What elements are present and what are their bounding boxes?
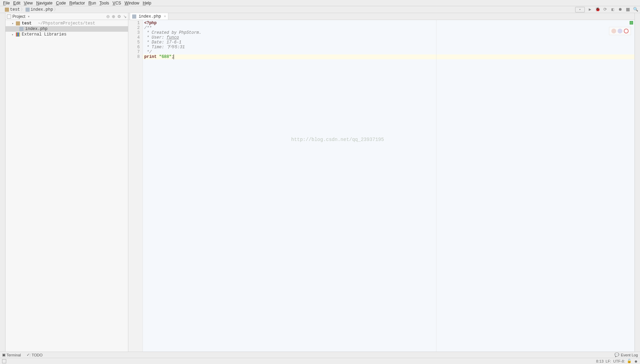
chrome-icon[interactable] [611,29,616,33]
hector-icon[interactable]: ☻ [634,359,638,363]
main-area: Project ▾ ⊖ ⊕ ⚙ ↘ ▾ test ~/PhpstormProje… [0,13,640,352]
file-node-label: index.php [25,27,48,31]
project-root-name: test [22,21,32,26]
run-toolbar: ▾ ▶ 🐞 ⟳ ◧ ⏺ 🔍 [575,7,640,12]
listen-debug-icon[interactable]: ⏺ [618,7,623,12]
code-text: */ [143,50,634,54]
chevron-down-icon[interactable]: ▾ [28,15,30,18]
run-config-dropdown[interactable]: ▾ [575,7,585,12]
debug-icon[interactable]: 🐞 [595,7,600,12]
status-bar: 8:13 LF: UTF-8: 🔓 ☻ [0,358,640,364]
line-ending[interactable]: LF: [605,359,611,363]
right-tool-stripe[interactable] [634,13,640,352]
breadcrumb-file-label: index.php [31,7,53,12]
menu-navigate[interactable]: Navigate [35,1,53,6]
editor-area: index.php × 1 2 3 4 5 6 7 8 [128,13,634,352]
code-text: * User: [144,35,167,40]
editor-tab-label: index.php [139,14,161,19]
editor-content[interactable]: 1 2 3 4 5 6 7 8 <?php /** * Created [128,20,634,352]
libraries-icon [16,32,20,37]
todo-tab[interactable]: ✓: TODO [27,353,43,357]
project-panel-title[interactable]: Project [12,14,25,19]
line-number: 3 [128,30,140,35]
code-text: funco [167,35,179,40]
menu-edit[interactable]: Edit [12,1,21,6]
folder-icon [16,21,20,26]
external-libraries-label: External Libraries [22,32,67,37]
inspection-ok-icon[interactable] [630,21,633,24]
project-root-path [32,21,37,26]
project-panel-header: Project ▾ ⊖ ⊕ ⚙ ↘ [6,13,128,20]
code-text: "688" [159,54,171,59]
project-panel-tools: ⊖ ⊕ ⚙ ↘ [106,14,127,19]
caret-position[interactable]: 8:13 [596,359,603,363]
code-text: * Created by PhpStorm. [143,30,634,35]
search-icon[interactable]: 🔍 [633,7,638,12]
todo-icon: ✓: [27,353,31,357]
opera-icon[interactable] [624,29,629,33]
line-number: 6 [128,45,140,50]
event-log-icon: 💬 [614,353,619,357]
tool-window-toggle-icon[interactable] [2,359,6,363]
menu-refactor[interactable]: Refactor [68,1,86,6]
line-number: 5 [128,40,140,45]
project-root-node[interactable]: ▾ test ~/PhpstormProjects/test [6,21,128,26]
hide-icon[interactable]: ↘ [123,14,127,19]
collapse-icon[interactable]: ⊖ [106,14,110,19]
menu-window[interactable]: Window [124,1,140,6]
breadcrumb-project[interactable]: test [5,7,20,12]
menu-tools[interactable]: Tools [98,1,110,6]
event-log-tab[interactable]: 💬 Event Log [614,353,638,357]
code-text: print [144,54,159,59]
target-icon[interactable]: ⊕ [112,14,115,19]
editor-tab-index[interactable]: index.php × [130,13,168,20]
watermark-text: http://blog.csdn.net/qq_23937195 [291,137,384,142]
coverage-icon[interactable]: ◧ [610,7,615,12]
menu-vcs[interactable]: VCS [111,1,122,6]
project-tool-window: Project ▾ ⊖ ⊕ ⚙ ↘ ▾ test ~/PhpstormProje… [6,13,128,352]
menu-code[interactable]: Code [55,1,67,6]
todo-label: TODO [32,353,43,357]
line-number: 1 [128,21,140,26]
terminal-icon: ▣ [2,353,6,357]
php-file-icon [19,27,23,31]
external-libraries-node[interactable]: ▸ External Libraries [6,32,128,37]
php-file-icon [132,14,136,19]
gear-icon[interactable]: ⚙ [117,14,121,19]
breadcrumb-project-label: test [10,7,20,12]
menu-file[interactable]: File [2,1,11,6]
chevron-right-icon: 〉 [21,7,25,12]
breadcrumb-bar: test 〉 index.php 〉 ▾ ▶ 🐞 ⟳ ◧ ⏺ 🔍 [0,6,640,13]
project-panel-icon [7,14,11,19]
php-file-icon [26,8,30,12]
folder-icon [5,8,9,12]
menu-run[interactable]: Run [87,1,97,6]
line-number: 8 [128,54,140,59]
file-encoding[interactable]: UTF-8: [613,359,625,363]
line-number: 7 [128,50,140,54]
chevron-right-icon: 〉 [54,7,58,12]
menu-view[interactable]: View [23,1,34,6]
firefox-icon[interactable] [618,29,622,33]
tree-collapse-icon[interactable]: ▸ [12,33,15,37]
run-icon[interactable]: ▶ [588,7,592,12]
text-cursor [174,54,176,59]
readonly-lock-icon[interactable]: 🔓 [627,359,632,363]
line-number-gutter: 1 2 3 4 5 6 7 8 [128,20,143,352]
line-number: 2 [128,26,140,30]
left-tool-stripe[interactable] [0,13,6,352]
terminal-tab[interactable]: ▣ Terminal [2,353,21,357]
browser-preview-strip [609,27,631,35]
menu-bar: File Edit View Navigate Code Refactor Ru… [0,0,640,6]
menu-help[interactable]: Help [142,1,152,6]
run-last-icon[interactable]: ⟳ [603,7,608,12]
line-number: 4 [128,35,140,40]
terminal-label: Terminal [7,353,21,357]
file-node-index[interactable]: index.php [6,26,128,32]
tree-expand-icon[interactable]: ▾ [12,22,15,26]
stop-icon[interactable] [626,7,630,12]
project-root-path-text: ~/PhpstormProjects/test [38,21,95,26]
close-icon[interactable]: × [164,14,166,19]
code-area[interactable]: <?php /** * Created by PhpStorm. * User:… [143,20,634,352]
breadcrumb-file[interactable]: index.php [26,7,53,12]
